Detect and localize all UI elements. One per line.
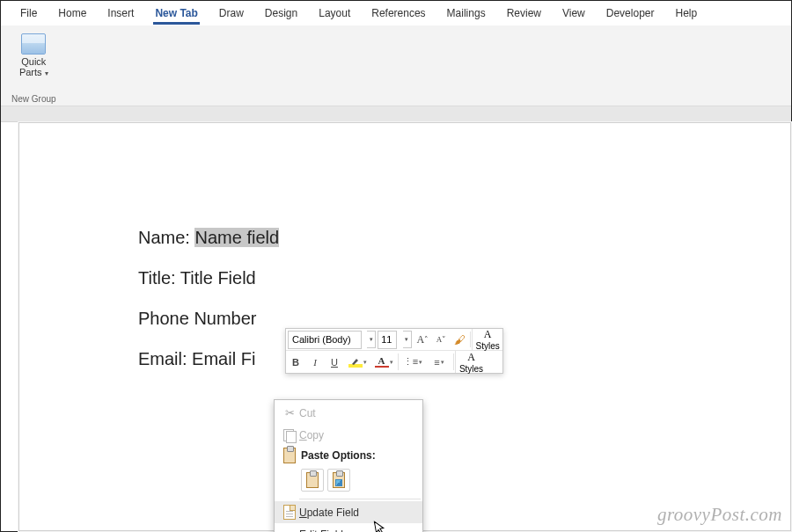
document-icon xyxy=(283,505,296,520)
quick-parts-icon xyxy=(21,33,46,55)
paste-picture-button[interactable] xyxy=(327,469,350,492)
font-size-dropdown[interactable]: ▾ xyxy=(403,331,412,348)
watermark: groovyPost.com xyxy=(657,504,782,526)
tab-new-tab[interactable]: New Tab xyxy=(144,1,208,26)
styles-button-2[interactable]: A Styles xyxy=(455,351,487,373)
ctx-paste-options-row xyxy=(275,465,422,497)
tab-review[interactable]: Review xyxy=(496,1,552,26)
ribbon-tabs: File Home Insert New Tab Draw Design Lay… xyxy=(1,1,791,26)
copy-icon xyxy=(283,429,296,441)
ribbon-group-new-group: Quick Parts ▾ New Group xyxy=(8,29,60,106)
doc-line-name[interactable]: Name: Name field xyxy=(138,227,279,248)
workspace: Name: Name field Title: Title Field Phon… xyxy=(1,106,791,531)
font-name-combo[interactable] xyxy=(286,329,367,350)
tab-file[interactable]: File xyxy=(10,1,48,26)
horizontal-ruler[interactable] xyxy=(1,106,791,122)
paste-keep-source-button[interactable] xyxy=(301,469,324,492)
quick-parts-label-2: Parts ▾ xyxy=(19,67,48,79)
numbering-button[interactable]: ≡▾ xyxy=(426,351,452,373)
font-color-icon: A xyxy=(375,357,389,368)
font-name-dropdown[interactable]: ▾ xyxy=(367,331,376,348)
italic-button[interactable]: I xyxy=(305,351,325,373)
context-menu: ✂ Cut Copy Paste Options: xyxy=(274,399,423,532)
quick-parts-button[interactable]: Quick Parts ▾ xyxy=(14,31,53,80)
grow-font-button[interactable]: A˄ xyxy=(414,329,432,350)
highlight-button[interactable]: ▾ xyxy=(344,351,370,373)
mini-toolbar: ▾ ▾ A˄ A˅ 🖌 A Styles B I xyxy=(285,328,503,374)
shrink-font-button[interactable]: A˅ xyxy=(432,329,451,350)
tab-layout[interactable]: Layout xyxy=(308,1,361,26)
doc-line-phone[interactable]: Phone Number xyxy=(138,308,279,329)
ribbon-group-label: New Group xyxy=(11,94,56,106)
ribbon-body: Quick Parts ▾ New Group xyxy=(1,26,791,106)
numbering-icon: ≡ xyxy=(434,357,439,368)
font-size-input[interactable] xyxy=(378,331,397,349)
font-name-input[interactable] xyxy=(288,331,362,349)
doc-line-email[interactable]: Email: Email Fi xyxy=(138,348,279,369)
document-body[interactable]: Name: Name field Title: Title Field Phon… xyxy=(138,227,279,389)
doc-line-title[interactable]: Title: Title Field xyxy=(138,267,279,288)
bullets-button[interactable]: ⋮≡▾ xyxy=(400,351,426,373)
quick-parts-label-1: Quick xyxy=(21,56,46,67)
tab-design[interactable]: Design xyxy=(254,1,308,26)
font-size-combo[interactable] xyxy=(378,329,403,350)
scissors-icon: ✂ xyxy=(285,406,295,419)
underline-button[interactable]: U xyxy=(325,351,344,373)
tab-developer[interactable]: Developer xyxy=(596,1,665,26)
tab-insert[interactable]: Insert xyxy=(97,1,144,26)
tab-help[interactable]: Help xyxy=(664,1,708,26)
ctx-update-field[interactable]: Update Field xyxy=(275,501,422,523)
selected-field-name[interactable]: Name field xyxy=(194,228,279,247)
tab-view[interactable]: View xyxy=(552,1,596,26)
tab-home[interactable]: Home xyxy=(48,1,97,26)
clipboard-icon xyxy=(283,448,296,463)
ctx-cut[interactable]: ✂ Cut xyxy=(275,402,422,424)
document-page[interactable]: Name: Name field Title: Title Field Phon… xyxy=(18,122,791,531)
paintbrush-icon: 🖌 xyxy=(454,333,466,346)
format-painter-button[interactable]: 🖌 xyxy=(451,329,469,350)
chevron-down-icon: ▾ xyxy=(45,69,48,77)
clipboard-icon xyxy=(306,472,319,488)
tab-draw[interactable]: Draw xyxy=(209,1,254,26)
bullets-icon: ⋮≡ xyxy=(403,356,418,368)
ctx-paste-options-header: Paste Options: xyxy=(275,446,422,465)
bold-button[interactable]: B xyxy=(286,351,305,373)
clipboard-picture-icon xyxy=(333,472,345,488)
ctx-edit-field[interactable]: Edit Field... xyxy=(275,523,422,532)
styles-button[interactable]: A Styles xyxy=(472,329,502,350)
app-frame: File Home Insert New Tab Draw Design Lay… xyxy=(0,0,792,532)
ctx-separator xyxy=(299,499,421,499)
highlight-icon xyxy=(348,357,363,368)
tab-references[interactable]: References xyxy=(361,1,436,26)
font-color-button[interactable]: A▾ xyxy=(370,351,397,373)
ctx-copy[interactable]: Copy xyxy=(275,424,422,446)
tab-mailings[interactable]: Mailings xyxy=(436,1,496,26)
